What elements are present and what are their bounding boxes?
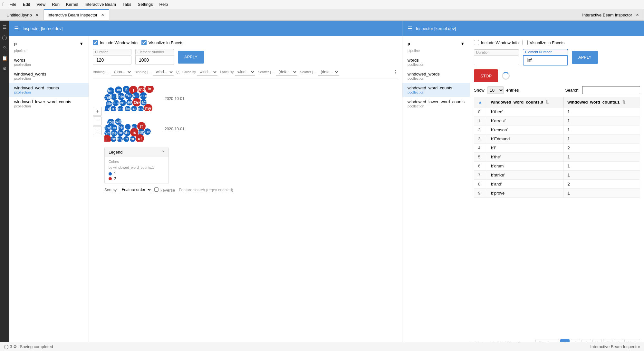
- tab-untitled[interactable]: Untitled.ipynb ✕: [3, 9, 44, 20]
- legend-item-1: 1: [109, 171, 165, 176]
- tab-inspector-right-close[interactable]: ✕: [635, 13, 640, 18]
- menu-settings[interactable]: Settings: [135, 1, 156, 7]
- left-item-windowed-word-counts[interactable]: windowed_word_counts pcollection: [9, 83, 89, 97]
- sidebar-icon-4[interactable]: 📋: [1, 54, 8, 62]
- col-index-header[interactable]: ▲: [474, 97, 487, 107]
- tab-inspector-left[interactable]: Interactive Beam Inspector ✕: [44, 9, 110, 20]
- row-col1: b'reason': [487, 125, 564, 135]
- menu-edit[interactable]: Edit: [20, 1, 33, 7]
- left-duration-label: Duration: [93, 49, 131, 55]
- right-visualize-in-facets-label[interactable]: Visualize in Facets: [523, 40, 564, 45]
- svg-text:fair: fair: [133, 93, 139, 98]
- left-color-by-select[interactable]: wind...: [197, 69, 217, 75]
- left-duration-input[interactable]: [93, 55, 131, 65]
- left-pipeline-chevron[interactable]: ▼: [79, 41, 83, 46]
- row-index: 0: [474, 107, 487, 116]
- left-scatter2-select[interactable]: (defa...: [318, 69, 339, 75]
- left-binning1-label: Binning | ...: [93, 70, 111, 74]
- menu-tabs[interactable]: Tabs: [120, 1, 134, 7]
- left-label-by-select[interactable]: wind...: [235, 69, 255, 75]
- right-item-ww-name: windowed_words: [408, 72, 465, 76]
- reverse-checkbox[interactable]: [154, 187, 159, 192]
- left-binning1-select[interactable]: (non...: [111, 69, 132, 75]
- left-element-number-input[interactable]: [135, 55, 174, 65]
- sidebar-icon-2[interactable]: ◯: [1, 34, 8, 41]
- col2-header[interactable]: windowed_word_counts.1 ⇅: [563, 97, 640, 107]
- right-element-number-group: Element Number: [523, 49, 568, 65]
- menu-kernel[interactable]: Kernel: [63, 1, 81, 7]
- menu-run[interactable]: Run: [49, 1, 62, 7]
- right-apply-button[interactable]: APPLY: [572, 51, 598, 64]
- legend-label-1: 1: [114, 171, 116, 176]
- zoom-in-button[interactable]: +: [93, 107, 102, 116]
- word-cloud-2: you will And lord her ... bane If: [104, 116, 161, 142]
- right-duration-input[interactable]: [474, 55, 519, 65]
- right-pipeline-chevron[interactable]: ▼: [460, 41, 465, 46]
- left-item-ww-name: windowed_words: [14, 72, 83, 76]
- stop-button[interactable]: STOP: [474, 69, 498, 82]
- right-item-windowed-lower-word-counts[interactable]: windowed_lower_word_counts pcollection: [402, 97, 470, 111]
- right-include-window-info-label[interactable]: Include Window Info: [474, 40, 519, 45]
- sort-select[interactable]: Feature order: [119, 186, 152, 193]
- right-element-number-input[interactable]: [523, 55, 568, 65]
- left-include-window-info-label[interactable]: Include Window Info: [93, 40, 138, 45]
- sidebar-icon-5[interactable]: ⚙: [1, 65, 8, 72]
- word-cloud-1: data bar it I and in this abide thee: [104, 86, 161, 111]
- legend-collapse-icon[interactable]: ⌃: [161, 150, 165, 155]
- left-item-wlwc-name: windowed_lower_word_counts: [14, 99, 83, 104]
- left-item-words[interactable]: words pcollection: [9, 55, 89, 69]
- entries-select[interactable]: 10 25 50 100: [487, 86, 504, 94]
- left-include-window-info-checkbox[interactable]: [93, 40, 98, 45]
- col1-sort-icon[interactable]: ⇅: [545, 100, 549, 105]
- right-pipeline-name: p: [408, 41, 410, 46]
- legend-header[interactable]: Legend ⌃: [105, 147, 168, 157]
- tab-inspector-right[interactable]: Interactive Beam Inspector ✕: [578, 9, 644, 20]
- zoom-fit-button[interactable]: ⛶: [93, 126, 102, 135]
- menu-file[interactable]: File: [7, 1, 19, 7]
- row-col1: b'and': [487, 180, 564, 189]
- right-visualize-in-facets-checkbox[interactable]: [523, 40, 528, 45]
- right-item-windowed-word-counts[interactable]: windowed_word_counts pcollection: [402, 83, 470, 97]
- zoom-out-button[interactable]: −: [93, 116, 102, 125]
- svg-text:of: of: [138, 136, 142, 141]
- left-visualize-in-facets-checkbox[interactable]: [141, 40, 147, 45]
- row-col1: b'l': [487, 144, 564, 153]
- col1-header[interactable]: windowed_word_counts.0 ⇅: [487, 97, 564, 107]
- left-item-windowed-lower-word-counts[interactable]: windowed_lower_word_counts pcollection: [9, 97, 89, 111]
- right-item-windowed-words[interactable]: windowed_words pcollection: [402, 69, 470, 83]
- sidebar-icon-1[interactable]: ☰: [1, 23, 8, 31]
- svg-text:I: I: [133, 88, 134, 93]
- left-item-windowed-words[interactable]: windowed_words pcollection: [9, 69, 89, 83]
- right-pipeline-selector[interactable]: p ▼: [402, 39, 470, 49]
- row-index: 3: [474, 135, 487, 144]
- right-duration-group: Duration: [474, 49, 519, 65]
- left-scatter1-select[interactable]: (defa...: [276, 69, 297, 75]
- loading-spinner: [502, 72, 510, 80]
- tab-inspector-left-close[interactable]: ✕: [100, 13, 105, 18]
- left-pipeline-name: p: [14, 41, 17, 46]
- left-color-by-group: Color By wind...: [182, 69, 217, 75]
- search-input[interactable]: [582, 86, 640, 94]
- right-hamburger-icon[interactable]: ☰: [408, 25, 412, 32]
- left-more-icon[interactable]: ⋮: [393, 69, 398, 75]
- left-apply-button[interactable]: APPLY: [178, 51, 204, 64]
- left-viz-area: Include Window Info Visualize in Facets …: [89, 36, 402, 351]
- left-binning2-select[interactable]: wind...: [153, 69, 174, 75]
- sidebar-icon-3[interactable]: ⚖: [1, 44, 8, 52]
- left-hamburger-icon[interactable]: ☰: [14, 25, 19, 32]
- row-col1: b'arrest': [487, 116, 564, 125]
- menu-help[interactable]: Help: [157, 1, 171, 7]
- row-col1: b'prove': [487, 189, 564, 198]
- svg-text:the: the: [111, 136, 116, 141]
- menu-view[interactable]: View: [34, 1, 48, 7]
- menu-interactive-beam[interactable]: Interactive Beam: [82, 1, 119, 7]
- right-item-words[interactable]: words pcollection: [402, 55, 470, 69]
- left-visualize-in-facets-label[interactable]: Visualize in Facets: [141, 40, 183, 45]
- col2-sort-icon[interactable]: ⇅: [622, 100, 626, 105]
- entries-label: entries: [506, 88, 519, 93]
- right-include-window-info-checkbox[interactable]: [474, 40, 479, 45]
- left-pipeline-selector[interactable]: p ▼: [9, 39, 89, 49]
- tab-untitled-close[interactable]: ✕: [34, 13, 40, 18]
- row-index: 1: [474, 116, 487, 125]
- right-item-wlwc-name: windowed_lower_word_counts: [408, 99, 465, 104]
